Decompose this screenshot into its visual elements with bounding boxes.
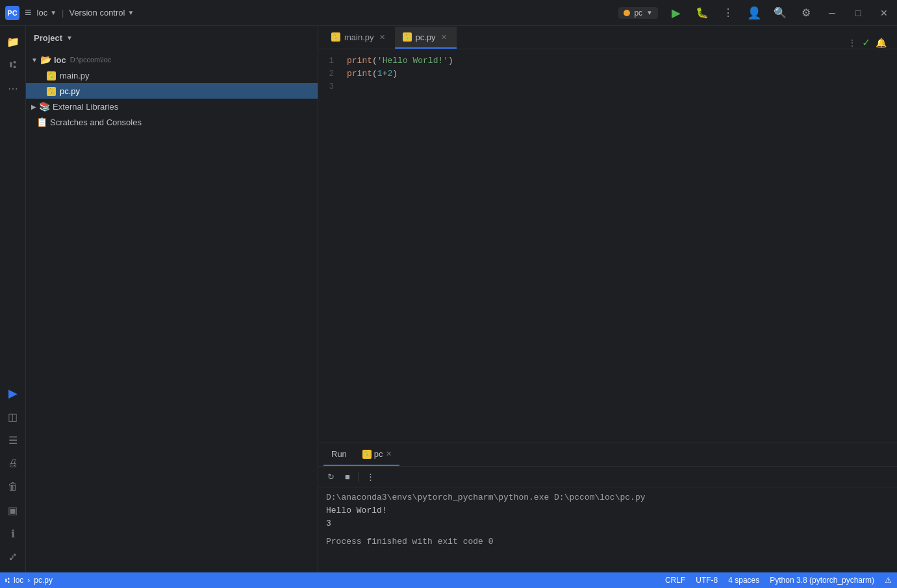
- tab-close-pc-py[interactable]: ✕: [440, 32, 449, 42]
- tree-item-scratches[interactable]: 📋 Scratches and Consoles: [26, 114, 318, 130]
- more-actions-icon[interactable]: ⋮: [363, 470, 377, 484]
- status-encoding[interactable]: CRLF: [665, 576, 685, 585]
- console-spacer: [326, 530, 889, 535]
- restart-icon[interactable]: ↻: [323, 470, 338, 484]
- main-layout: 📁 ⑆ ⋯ ▶ ◫ ☰ 🖨 🗑 ▣ ℹ ⑇ Project ▼ ▼ 📂 loc …: [0, 26, 897, 572]
- activity-git-icon[interactable]: ⑆: [3, 55, 23, 75]
- project-selector[interactable]: loc ▼: [37, 8, 57, 18]
- activity-list-icon[interactable]: ☰: [3, 430, 23, 450]
- tree-item-pc-py[interactable]: 🐍 pc.py: [26, 83, 318, 99]
- minimize-button[interactable]: ─: [824, 5, 840, 21]
- run-configuration[interactable]: pc ▼: [618, 7, 658, 19]
- activity-delete-icon[interactable]: 🗑: [3, 476, 23, 497]
- status-bar: ⑆ loc › pc.py CRLF UTF-8 4 spaces Python…: [0, 572, 897, 588]
- title-bar-right: pc ▼ ▶ 🐛 ⋮ 👤 🔍 ⚙ ─ □ ✕: [618, 5, 892, 21]
- stop-icon[interactable]: ■: [340, 470, 355, 484]
- expand-arrow: ▼: [31, 56, 38, 64]
- paren-3: (: [372, 69, 377, 79]
- tab-close-main-py[interactable]: ✕: [378, 32, 387, 42]
- tree-label-loc: loc: [54, 55, 66, 65]
- status-file[interactable]: pc.py: [34, 576, 53, 585]
- tree-label-main-py: main.py: [60, 71, 90, 80]
- line-num-2: 2: [318, 67, 342, 80]
- console-hello-world: Hello World!: [326, 504, 889, 517]
- run-arrow: ▼: [646, 9, 653, 16]
- keyword-print-2: print: [347, 69, 372, 79]
- activity-print-icon[interactable]: 🖨: [3, 453, 23, 474]
- bottom-tab-pc[interactable]: 🐍 pc ✕: [355, 444, 399, 466]
- editor-content[interactable]: 1 2 3 print('Hello World!') print(1+2): [318, 49, 897, 443]
- folder-icon: 📂: [40, 55, 51, 65]
- tab-pc-py[interactable]: 🐍 pc.py ✕: [395, 27, 457, 49]
- tab-icon-pc-py: 🐍: [403, 32, 412, 42]
- activity-share-icon[interactable]: ⑇: [3, 546, 23, 567]
- paren-4: ): [392, 69, 398, 79]
- vc-arrow: ▼: [127, 9, 134, 16]
- tree-item-external-libraries[interactable]: ▶ 📚 External Libraries: [26, 99, 318, 114]
- account-button[interactable]: 👤: [746, 5, 762, 21]
- paren-1: (: [372, 56, 377, 66]
- search-button[interactable]: 🔍: [772, 5, 788, 21]
- python-file-icon: 🐍: [47, 87, 56, 96]
- status-sep: ›: [27, 576, 30, 585]
- tree-label-external-libs: External Libraries: [53, 102, 118, 112]
- num-1: 1: [377, 69, 383, 79]
- bottom-tab-close[interactable]: ✕: [386, 450, 392, 458]
- tab-label-pc-py: pc.py: [416, 32, 436, 42]
- tree-label-scratches: Scratches and Consoles: [50, 117, 142, 127]
- bottom-toolbar: ↻ ■ ⋮: [318, 467, 897, 487]
- bottom-panel: Run 🐍 pc ✕ ↻ ■ ⋮ D:\anaconda3\envs\pytor…: [318, 443, 897, 572]
- activity-more-icon[interactable]: ⋯: [3, 78, 23, 99]
- separator: |: [62, 8, 64, 18]
- scratches-icon: 📋: [36, 117, 47, 127]
- activity-layers-icon[interactable]: ◫: [3, 406, 23, 427]
- app-logo: PC: [5, 6, 19, 20]
- status-indent[interactable]: 4 spaces: [728, 576, 759, 585]
- expand-arrow-ext: ▶: [31, 103, 36, 110]
- notification-icon[interactable]: 🔔: [876, 38, 887, 48]
- tree-item-loc[interactable]: ▼ 📂 loc D:\pccom\loc: [26, 52, 318, 67]
- tree-item-main-py[interactable]: 🐍 main.py: [26, 67, 318, 83]
- tab-actions: ⋮ ✓ 🔔: [842, 36, 892, 49]
- tab-main-py[interactable]: 🐍 main.py ✕: [323, 27, 395, 49]
- activity-run-icon[interactable]: ▶: [3, 383, 23, 404]
- tab-settings-icon[interactable]: ⋮: [848, 38, 857, 48]
- settings-button[interactable]: ⚙: [798, 5, 814, 21]
- bottom-console-content: D:\anaconda3\envs\pytorch_pycharm\python…: [318, 487, 897, 572]
- activity-info-icon[interactable]: ℹ: [3, 523, 23, 544]
- line-numbers: 1 2 3: [318, 49, 342, 443]
- activity-terminal-icon[interactable]: ▣: [3, 500, 23, 521]
- tab-bar: 🐍 main.py ✕ 🐍 pc.py ✕ ⋮ ✓ 🔔: [318, 26, 897, 49]
- tab-label-main-py: main.py: [344, 32, 374, 42]
- maximize-button[interactable]: □: [850, 5, 866, 21]
- status-charset[interactable]: UTF-8: [696, 576, 718, 585]
- more-options-button[interactable]: ⋮: [720, 5, 736, 21]
- side-panel: Project ▼ ▼ 📂 loc D:\pccom\loc 🐍 main.py: [26, 26, 318, 572]
- hamburger-menu[interactable]: ≡: [25, 6, 32, 19]
- project-panel-header: Project ▼: [26, 26, 318, 49]
- project-panel-title: Project: [34, 33, 62, 43]
- code-line-1: print('Hello World!'): [347, 55, 897, 67]
- project-tree: ▼ 📂 loc D:\pccom\loc 🐍 main.py 🐍 pc.py: [26, 49, 318, 572]
- close-button[interactable]: ✕: [876, 5, 892, 21]
- code-area[interactable]: print('Hello World!') print(1+2): [342, 49, 897, 443]
- status-warning-icon[interactable]: ⚠: [885, 576, 892, 585]
- activity-folder-icon[interactable]: 📁: [3, 31, 23, 52]
- bottom-tab-bar: Run 🐍 pc ✕: [318, 443, 897, 467]
- editor-area: 🐍 main.py ✕ 🐍 pc.py ✕ ⋮ ✓ 🔔 1 2 3: [318, 26, 897, 572]
- run-button[interactable]: ▶: [668, 5, 684, 21]
- branch-icon: ⑆: [5, 576, 10, 584]
- run-label: pc: [634, 8, 642, 18]
- bottom-tab-pc-icon: 🐍: [362, 450, 372, 459]
- keyword-print-1: print: [347, 56, 372, 66]
- file-check-icon: ✓: [862, 36, 870, 49]
- status-branch[interactable]: loc: [14, 576, 23, 585]
- bottom-tab-run[interactable]: Run: [323, 444, 355, 466]
- version-control-selector[interactable]: Version control ▼: [69, 8, 134, 18]
- status-python[interactable]: Python 3.8 (pytorch_pycharm): [770, 576, 874, 585]
- tree-path-loc: D:\pccom\loc: [70, 56, 112, 64]
- console-exit-msg: Process finished with exit code 0: [326, 535, 889, 548]
- debug-button[interactable]: 🐛: [694, 5, 710, 21]
- status-bar-left: ⑆ loc › pc.py: [5, 576, 53, 585]
- project-panel-arrow: ▼: [66, 34, 73, 42]
